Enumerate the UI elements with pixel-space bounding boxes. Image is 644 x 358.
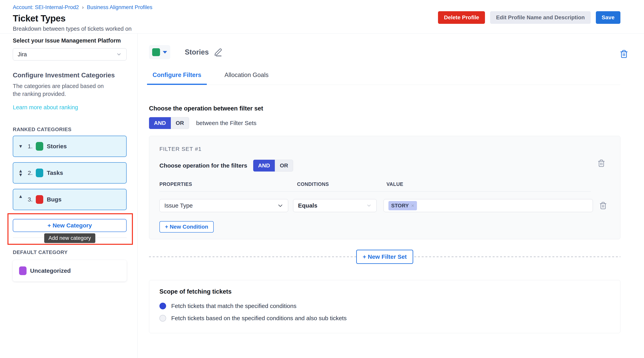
chevron-down-icon bbox=[116, 52, 122, 57]
scope-option-label: Fetch tickets that match the specified c… bbox=[171, 303, 296, 309]
category-color-picker[interactable] bbox=[149, 45, 170, 59]
new-category-area: + New Category Add new category bbox=[13, 219, 126, 238]
breadcrumb-section-link[interactable]: Business Alignment Profiles bbox=[87, 4, 152, 11]
new-category-button[interactable]: + New Category bbox=[13, 219, 126, 232]
configure-categories-title: Configure Investment Categories bbox=[13, 72, 126, 79]
delete-category-icon[interactable] bbox=[620, 50, 628, 58]
chevron-down-icon bbox=[278, 203, 283, 209]
chevron-down-icon bbox=[366, 203, 372, 208]
and-or-toggle: AND OR bbox=[253, 160, 293, 171]
platform-select[interactable]: Jira bbox=[13, 48, 126, 60]
and-toggle-option[interactable]: AND bbox=[253, 160, 275, 171]
default-category-card: Uncategorized bbox=[13, 260, 126, 281]
sidebar: Select your Issue Management Platform Ji… bbox=[0, 34, 138, 358]
new-filter-set-button[interactable]: + New Filter Set bbox=[356, 250, 413, 264]
delete-profile-button[interactable]: Delete Profile bbox=[438, 11, 485, 24]
scope-option-include-subtickets[interactable]: Fetch tickets based on the specified con… bbox=[160, 315, 610, 321]
page-subtitle: Breakdown between types of tickets worke… bbox=[13, 26, 620, 32]
conditions-column-header: CONDITIONS bbox=[297, 181, 386, 187]
category-rank: 1. bbox=[28, 143, 33, 150]
tab-bar: Configure Filters Allocation Goals bbox=[147, 72, 620, 85]
radio-unselected-icon[interactable] bbox=[160, 315, 166, 321]
category-name: Bugs bbox=[47, 196, 62, 203]
category-rank: 2. bbox=[28, 169, 33, 176]
filter-column-headers: PROPERTIES CONDITIONS VALUE bbox=[160, 181, 610, 187]
property-select[interactable]: Issue Type bbox=[160, 199, 288, 212]
move-down-icon[interactable]: ▼ bbox=[18, 144, 23, 148]
move-up-icon[interactable]: ▲ bbox=[18, 194, 23, 198]
tab-allocation-goals[interactable]: Allocation Goals bbox=[219, 72, 274, 85]
value-chip: STORY × bbox=[388, 201, 417, 210]
remove-chip-icon[interactable]: × bbox=[411, 203, 414, 209]
and-or-toggle: AND OR bbox=[149, 117, 189, 129]
operation-heading: Choose the operation between filter set bbox=[149, 105, 620, 112]
category-color-swatch bbox=[36, 168, 43, 177]
tab-configure-filters[interactable]: Configure Filters bbox=[147, 72, 207, 85]
filter-set-panel: FILTER SET #1 Choose operation for the f… bbox=[149, 136, 620, 239]
save-button[interactable]: Save bbox=[596, 11, 620, 24]
filters-operation-label: Choose operation for the filters bbox=[160, 162, 247, 169]
scope-panel: Scope of fetching tickets Fetch tickets … bbox=[149, 280, 620, 333]
new-condition-button[interactable]: + New Condition bbox=[160, 221, 214, 233]
value-chip-label: STORY bbox=[391, 203, 409, 209]
or-toggle-option[interactable]: OR bbox=[171, 117, 189, 129]
filter-set-operation-toggle-row: AND OR between the Filter Sets bbox=[149, 117, 620, 129]
edit-category-name-icon[interactable] bbox=[214, 48, 222, 56]
category-title: Stories bbox=[185, 48, 209, 56]
category-card-bugs[interactable]: ▲ 3. Bugs bbox=[13, 189, 126, 210]
breadcrumb-separator-icon: › bbox=[82, 4, 84, 11]
category-rank: 3. bbox=[28, 196, 33, 203]
scope-option-match-conditions[interactable]: Fetch tickets that match the specified c… bbox=[160, 303, 610, 309]
category-header-row: Stories bbox=[149, 45, 620, 59]
caret-down-icon bbox=[163, 51, 167, 54]
category-card-tasks[interactable]: ▲ ▼ 2. Tasks bbox=[13, 162, 126, 184]
category-color-swatch bbox=[152, 48, 160, 56]
radio-selected-icon[interactable] bbox=[160, 303, 166, 309]
default-category-label: DEFAULT CATEGORY bbox=[13, 249, 126, 255]
header-actions: Delete Profile Edit Profile Name and Des… bbox=[438, 11, 620, 24]
between-filter-sets-text: between the Filter Sets bbox=[196, 120, 256, 126]
page-header: Account: SEI-Internal-Prod2 › Business A… bbox=[0, 0, 644, 34]
category-name: Tasks bbox=[47, 169, 63, 176]
add-new-category-tooltip: Add new category bbox=[44, 233, 95, 243]
category-color-swatch bbox=[36, 142, 43, 151]
delete-filter-set-icon[interactable] bbox=[598, 159, 605, 167]
scope-option-label: Fetch tickets based on the specified con… bbox=[171, 315, 346, 321]
new-filter-set-area: + New Filter Set bbox=[149, 250, 620, 264]
move-down-icon[interactable]: ▼ bbox=[18, 173, 23, 177]
filter-set-title: FILTER SET #1 bbox=[160, 146, 610, 152]
and-toggle-option[interactable]: AND bbox=[149, 117, 171, 129]
properties-column-header: PROPERTIES bbox=[160, 181, 297, 187]
filter-condition-row: Issue Type Equals STORY × bbox=[160, 199, 610, 212]
ranked-category-list: ▼ 1. Stories ▲ ▼ 2. Tasks ▲ 3. bbox=[13, 136, 126, 210]
value-input[interactable]: STORY × bbox=[384, 199, 593, 212]
category-color-swatch bbox=[19, 266, 26, 275]
condition-select[interactable]: Equals bbox=[293, 199, 377, 212]
category-name: Uncategorized bbox=[30, 267, 71, 274]
condition-select-value: Equals bbox=[298, 202, 317, 209]
main-panel: Stories Configure Filters Allocation Goa… bbox=[138, 34, 644, 358]
breadcrumb: Account: SEI-Internal-Prod2 › Business A… bbox=[13, 4, 620, 11]
property-select-value: Issue Type bbox=[164, 202, 193, 209]
platform-select-value: Jira bbox=[18, 51, 27, 58]
category-color-swatch bbox=[36, 195, 43, 204]
edit-profile-button[interactable]: Edit Profile Name and Description bbox=[490, 11, 590, 24]
breadcrumb-account-link[interactable]: Account: SEI-Internal-Prod2 bbox=[13, 4, 79, 11]
category-card-stories[interactable]: ▼ 1. Stories bbox=[13, 136, 126, 157]
category-name: Stories bbox=[47, 143, 67, 150]
ranked-categories-label: RANKED CATEGORIES bbox=[13, 126, 126, 132]
configure-categories-description: The categories are placed based on the r… bbox=[13, 82, 113, 98]
scope-heading: Scope of fetching tickets bbox=[160, 288, 610, 295]
delete-condition-icon[interactable] bbox=[599, 202, 607, 210]
filters-operation-row: Choose operation for the filters AND OR bbox=[160, 160, 610, 171]
platform-select-label: Select your Issue Management Platform bbox=[13, 37, 126, 44]
or-toggle-option[interactable]: OR bbox=[275, 160, 293, 171]
value-column-header: VALUE bbox=[386, 181, 403, 187]
learn-more-ranking-link[interactable]: Learn more about ranking bbox=[13, 104, 78, 111]
